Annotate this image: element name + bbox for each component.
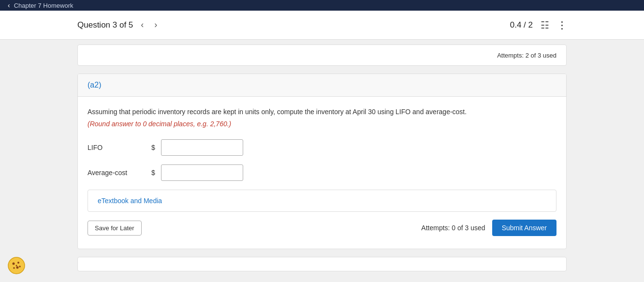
score-area: 0.4 / 2 ☷ ⋮: [510, 19, 567, 31]
svg-point-4: [13, 267, 15, 269]
lifo-row: LIFO $: [88, 139, 556, 156]
lifo-dollar-sign: $: [151, 144, 155, 151]
average-cost-row: Average-cost $: [88, 164, 556, 181]
next-question-button[interactable]: ›: [151, 19, 160, 31]
section-body: Assuming that periodic inventory records…: [78, 97, 566, 249]
list-icon[interactable]: ☷: [541, 19, 549, 31]
action-row: Save for Later Attempts: 0 of 3 used Sub…: [88, 220, 556, 244]
etextbook-link[interactable]: eTextbook and Media: [98, 197, 162, 205]
lifo-label: LIFO: [88, 144, 146, 151]
lifo-input[interactable]: [161, 139, 243, 156]
cookie-icon[interactable]: [8, 257, 25, 274]
submit-answer-button[interactable]: Submit Answer: [492, 220, 556, 236]
attempts-text: Attempts: 0 of 3 used: [421, 224, 485, 232]
more-options-icon[interactable]: ⋮: [557, 19, 567, 31]
attempts-top-card: Attempts: 2 of 3 used: [77, 45, 567, 66]
attempts-submit-area: Attempts: 0 of 3 used Submit Answer: [421, 220, 556, 236]
average-cost-input[interactable]: [161, 164, 243, 181]
round-note: (Round answer to 0 decimal places, e.g. …: [88, 120, 556, 128]
attempts-top-text: Attempts: 2 of 3 used: [497, 52, 556, 59]
question-title: Question 3 of 5: [77, 20, 133, 30]
section-header: (a2): [78, 74, 566, 97]
svg-point-2: [17, 262, 19, 264]
back-arrow-icon[interactable]: ‹: [8, 1, 10, 9]
section-card-a2: (a2) Assuming that periodic inventory re…: [77, 74, 567, 249]
svg-point-5: [19, 266, 21, 267]
etextbook-bar: eTextbook and Media: [88, 190, 556, 212]
top-nav-bar: ‹ Chapter 7 Homework: [0, 0, 644, 11]
breadcrumb: Chapter 7 Homework: [14, 2, 73, 9]
save-for-later-button[interactable]: Save for Later: [88, 221, 142, 236]
score-display: 0.4 / 2: [510, 20, 533, 30]
average-cost-label: Average-cost: [88, 169, 146, 177]
question-text: Assuming that periodic inventory records…: [88, 106, 556, 117]
average-cost-dollar-sign: $: [151, 169, 155, 177]
svg-point-1: [13, 263, 15, 265]
question-navigation: Question 3 of 5 ‹ ›: [77, 19, 160, 31]
question-header: Question 3 of 5 ‹ › 0.4 / 2 ☷ ⋮: [0, 11, 644, 40]
svg-point-3: [16, 267, 19, 269]
section-label: (a2): [88, 81, 101, 89]
svg-point-6: [16, 265, 17, 267]
main-content: Attempts: 2 of 3 used (a2) Assuming that…: [0, 40, 644, 276]
prev-question-button[interactable]: ‹: [138, 19, 146, 31]
bottom-partial-card: [77, 257, 567, 271]
